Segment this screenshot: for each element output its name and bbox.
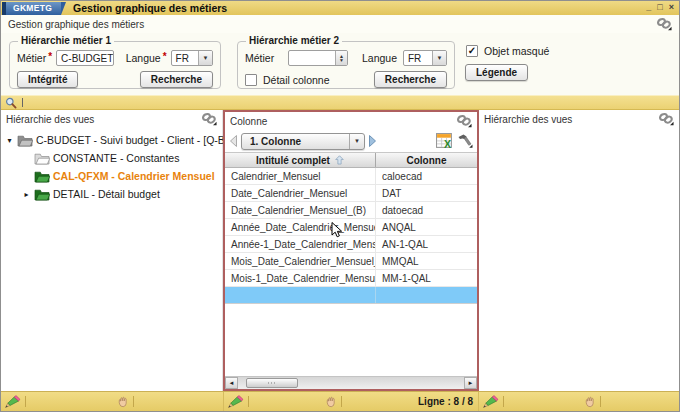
group2-buttons-row: Détail colonne Recherche (238, 71, 454, 88)
column-table: Calendrier_Mensuel caloecad Date_Calendr… (225, 168, 477, 376)
link-icon[interactable] (456, 114, 472, 128)
tools-hammer-icon[interactable] (456, 133, 473, 149)
left-views-panel: Hiérarchie des vues C-BUDGET - Suivi bud… (1, 110, 223, 391)
prev-column-icon[interactable] (229, 134, 238, 148)
tree-item[interactable]: CONSTANTE - Constantes (1, 149, 222, 167)
objet-masque-checkbox[interactable] (466, 45, 478, 57)
spinner-icon[interactable]: ▲▼ (335, 51, 347, 65)
header-intitule-label: Intitulé complet (256, 155, 330, 166)
drag-hand-icon[interactable] (117, 396, 129, 408)
langue2-value: FR (404, 51, 432, 65)
table-row[interactable]: Mois-1_Date_Calendrier_Mensuel_(MM) MM-1… (225, 270, 477, 287)
sort-ascending-icon[interactable] (335, 155, 344, 165)
hierarchie-metier-2-group: Hiérarchie métier 2 Métier ▲▼ Langue FR … (237, 41, 455, 89)
drag-hand-icon[interactable] (325, 396, 337, 408)
recherche1-button[interactable]: Recherche (140, 71, 213, 88)
tree-item-label: CONSTANTE - Constantes (53, 152, 179, 164)
cell-intitule-complet: Année-1_Date_Calendrier_Mensuel (225, 236, 375, 252)
right-views-panel: Hiérarchie des vues (479, 110, 679, 391)
objet-masque-label: Objet masqué (484, 45, 549, 57)
tree-item[interactable]: DETAIL - Détail budget (1, 185, 222, 203)
criteria-form: Hiérarchie métier 1 Métier * C-BUDGET ▲▼… (1, 33, 679, 95)
minimize-icon[interactable]: _ (646, 1, 651, 14)
group2-fields-row: Métier ▲▼ Langue FR (238, 50, 454, 66)
cell-intitule-complet: Date_Calendrier_Mensuel_(B) (225, 202, 375, 218)
left-panel-title: Hiérarchie des vues (6, 114, 201, 125)
scrollbar-track[interactable] (238, 377, 464, 389)
table-row[interactable]: Année-1_Date_Calendrier_Mensuel AN-1-QAL (225, 236, 477, 253)
cell-colonne: ANQAL (375, 219, 477, 235)
table-row[interactable]: Mois_Date_Calendrier_Mensuel_(MM) MMQAL (225, 253, 477, 270)
metier2-label: Métier (245, 52, 274, 64)
header-colonne[interactable]: Colonne (375, 153, 477, 167)
maximize-icon[interactable]: □ (657, 1, 662, 14)
required-asterisk: * (163, 51, 167, 62)
status-section-middle: Ligne : 8 / 8 (223, 392, 479, 411)
link-icon[interactable] (658, 112, 674, 126)
search-input[interactable] (28, 97, 675, 109)
sub-header: Gestion graphique des métiers (1, 15, 679, 33)
text-caret (22, 98, 23, 107)
status-section-right (479, 392, 679, 411)
scroll-right-icon[interactable] (464, 377, 477, 389)
langue1-select[interactable]: FR (171, 50, 213, 66)
langue1-label: Langue (126, 52, 161, 64)
search-icon[interactable] (5, 97, 17, 109)
link-icon[interactable] (656, 17, 672, 31)
column-table-body: Calendrier_Mensuel caloecad Date_Calendr… (225, 168, 477, 287)
cell-colonne: MM-1-QAL (375, 270, 477, 286)
header-intitule-complet[interactable]: Intitulé complet (225, 153, 375, 167)
langue2-select[interactable]: FR (403, 50, 447, 66)
group1-title: Hiérarchie métier 1 (18, 35, 114, 46)
cell-intitule-complet: Mois_Date_Calendrier_Mensuel_(MM) (225, 253, 375, 269)
tree-item[interactable]: CAL-QFXM - Calendrier Mensuel (1, 167, 222, 185)
detail-colonne-checkbox[interactable] (245, 74, 257, 86)
table-row[interactable]: Date_Calendrier_Mensuel DAT (225, 185, 477, 202)
colonne-panel: Colonne 1. Colonne (223, 110, 479, 391)
column-selector-value: 1. Colonne (242, 136, 349, 147)
horizontal-scrollbar[interactable] (225, 376, 477, 389)
app-window: GKMETG Gestion graphique des métiers _ □… (0, 0, 680, 412)
cell-intitule-complet: Année_Date_Calendrier_Mensuel (225, 219, 375, 235)
cell-colonne: caloecad (375, 168, 477, 184)
group1-fields-row: Métier * C-BUDGET ▲▼ Langue * FR (10, 50, 220, 66)
tree-item[interactable]: C-BUDGET - Suivi budget - Client - [Q-BU… (1, 131, 222, 149)
tree-expander-icon[interactable] (5, 136, 14, 145)
metier1-combo[interactable]: C-BUDGET ▲▼ (56, 50, 114, 66)
hierarchie-metier-1-group: Hiérarchie métier 1 Métier * C-BUDGET ▲▼… (9, 41, 221, 89)
table-row[interactable]: Date_Calendrier_Mensuel_(B) datoecad (225, 202, 477, 219)
dropdown-arrow-icon[interactable] (198, 51, 212, 65)
chevron-down-icon[interactable] (349, 134, 364, 149)
scroll-left-icon[interactable] (225, 377, 238, 389)
metier2-combo[interactable]: ▲▼ (288, 50, 348, 66)
recherche2-button[interactable]: Recherche (374, 71, 447, 88)
metier1-label: Métier (17, 52, 46, 64)
detail-colonne-option: Détail colonne (245, 74, 330, 86)
window-title: Gestion graphique des métiers (73, 2, 227, 14)
legende-button[interactable]: Légende (465, 64, 528, 81)
new-entry-selected-row[interactable] (225, 287, 477, 304)
next-column-icon[interactable] (368, 134, 377, 148)
edit-pencil-icon[interactable] (4, 395, 21, 409)
cell-intitule-complet: Calendrier_Mensuel (225, 168, 375, 184)
integrite-button[interactable]: Intégrité (17, 71, 78, 88)
link-icon[interactable] (201, 112, 217, 126)
table-row[interactable]: Année_Date_Calendrier_Mensuel ANQAL (225, 219, 477, 236)
tree-item-label: CAL-QFXM - Calendrier Mensuel (53, 170, 215, 182)
langue2-label: Langue (362, 52, 397, 64)
edit-pencil-icon[interactable] (482, 395, 499, 409)
tree-expander-icon[interactable] (22, 190, 31, 199)
objet-masque-option: Objet masqué (466, 45, 675, 57)
left-panel-header: Hiérarchie des vues (1, 110, 222, 128)
folder-icon (34, 170, 50, 183)
dropdown-arrow-icon[interactable] (432, 51, 446, 65)
status-bar: Ligne : 8 / 8 (1, 391, 679, 411)
cell-colonne: MMQAL (375, 253, 477, 269)
export-excel-icon[interactable]: X (436, 133, 453, 149)
drag-hand-icon[interactable] (584, 396, 596, 408)
edit-pencil-icon[interactable] (227, 395, 244, 409)
close-icon[interactable]: × (669, 1, 674, 14)
scrollbar-thumb[interactable] (246, 378, 298, 388)
table-row[interactable]: Calendrier_Mensuel caloecad (225, 168, 477, 185)
column-selector[interactable]: 1. Colonne (241, 133, 365, 150)
